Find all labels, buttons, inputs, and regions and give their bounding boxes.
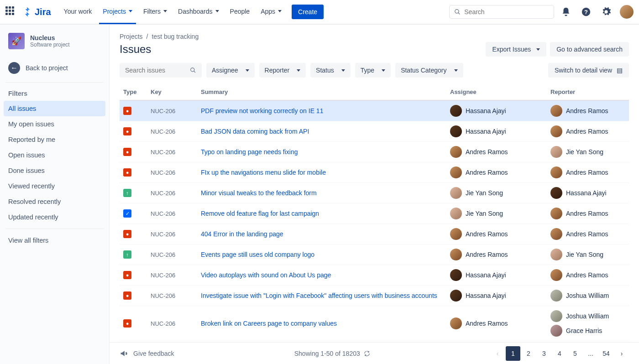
give-feedback-link[interactable]: Give feedback <box>120 349 174 358</box>
view-all-filters-link[interactable]: View all filters <box>4 233 105 248</box>
issue-summary-link[interactable]: Events page still uses old company logo <box>201 251 314 258</box>
assignee[interactable]: Jie Yan Song <box>450 187 543 199</box>
search-issues[interactable] <box>120 63 202 78</box>
assignee[interactable]: Hassana Ajayi <box>450 290 543 302</box>
page-5[interactable]: 5 <box>568 346 582 361</box>
back-to-project-link[interactable]: ← Back to project <box>4 57 105 78</box>
issue-summary-link[interactable]: Minor visual tweaks to the feedback form <box>201 189 317 197</box>
assignee[interactable]: Andres Ramos <box>450 249 543 260</box>
reporter[interactable]: Andres Ramos <box>550 125 625 137</box>
issue-summary-link[interactable]: Investigate issue with "Login with Faceb… <box>201 292 437 299</box>
profile-avatar[interactable] <box>620 5 634 19</box>
assignee[interactable]: Jie Yan Song <box>450 208 543 219</box>
reporter[interactable]: Jie Yan Song <box>550 249 625 260</box>
nav-item-projects[interactable]: Projects <box>99 0 136 24</box>
filter-pill-status-category[interactable]: Status Category <box>395 63 463 78</box>
col-summary[interactable]: Summary <box>197 84 446 100</box>
global-search-input[interactable] <box>464 8 549 16</box>
page-2[interactable]: 2 <box>521 346 536 361</box>
filter-resolved-recently[interactable]: Resolved recently <box>4 194 105 209</box>
switch-detail-view-button[interactable]: Switch to detail view ▤ <box>548 63 629 78</box>
page-next[interactable]: › <box>614 346 629 361</box>
assignee[interactable]: Hassana Ajayi <box>450 125 543 137</box>
help-icon[interactable]: ? <box>578 4 594 20</box>
app-switcher-icon[interactable] <box>5 6 16 17</box>
notifications-icon[interactable] <box>558 4 574 20</box>
nav-item-apps[interactable]: Apps <box>257 0 285 24</box>
issue-key: NUC-206 <box>147 306 197 341</box>
nav-item-filters[interactable]: Filters <box>140 0 171 24</box>
nav-item-your-work[interactable]: Your work <box>60 0 96 24</box>
issue-row[interactable]: ●NUC-206PDF preview not working correctl… <box>120 100 629 121</box>
issue-summary-link[interactable]: FIx up the navigations menu slide for mo… <box>201 169 326 176</box>
issue-summary-link[interactable]: PDF preview not working correctly on IE … <box>201 107 323 114</box>
col-key[interactable]: Key <box>147 84 197 100</box>
assignee[interactable]: Andres Ramos <box>450 317 543 329</box>
reporter[interactable]: Andres Ramos <box>550 269 625 281</box>
issue-row[interactable]: ●NUC-206Investigate issue with "Login wi… <box>120 286 629 306</box>
reporter[interactable]: Andres Ramos <box>550 228 625 240</box>
filter-done-issues[interactable]: Done issues <box>4 163 105 178</box>
create-button[interactable]: Create <box>292 5 324 19</box>
issue-summary-link[interactable]: Remove old feature flag for last campaig… <box>201 210 319 217</box>
issue-summary-link[interactable]: 404 Error in the landing page <box>201 230 283 238</box>
col-type[interactable]: Type <box>120 84 147 100</box>
page-3[interactable]: 3 <box>537 346 551 361</box>
export-issues-button[interactable]: Export Issues <box>486 42 546 57</box>
page-1[interactable]: 1 <box>506 346 520 361</box>
issue-row[interactable]: ✓NUC-206Remove old feature flag for last… <box>120 203 629 224</box>
issue-row[interactable]: ↑NUC-206Events page still uses old compa… <box>120 244 629 265</box>
reporter[interactable]: Andres Ramos <box>550 166 625 178</box>
issue-row[interactable]: ●NUC-206404 Error in the landing pageAnd… <box>120 224 629 244</box>
breadcrumb-projects[interactable]: Projects <box>120 33 143 40</box>
issue-row[interactable]: ●NUC-206FIx up the navigations menu slid… <box>120 162 629 183</box>
assignee[interactable]: Andres Ramos <box>450 228 543 240</box>
reporter[interactable]: Jie Yan Song <box>550 146 625 158</box>
issue-summary-link[interactable]: Broken link on Careers page to company v… <box>201 320 337 327</box>
advanced-search-button[interactable]: Go to advanced search <box>550 42 629 57</box>
issue-row[interactable]: ●NUC-206Broken link on Careers page to c… <box>120 306 629 341</box>
col-assignee[interactable]: Assignee <box>446 84 547 100</box>
filter-all-issues[interactable]: All issues <box>4 101 105 116</box>
settings-icon[interactable] <box>598 4 614 20</box>
page-prev[interactable]: ‹ <box>490 346 505 361</box>
reporter[interactable]: Andres Ramos <box>550 208 625 219</box>
assignee[interactable]: Hassana Ajayi <box>450 269 543 281</box>
reporter[interactable]: Joshua William <box>550 290 625 302</box>
filter-pill-status[interactable]: Status <box>310 63 351 78</box>
filter-pill-assignee[interactable]: Assignee <box>206 63 255 78</box>
reporter[interactable]: Hassana Ajayi <box>550 187 625 199</box>
assignee[interactable]: Andres Ramos <box>450 146 543 158</box>
filter-open-issues[interactable]: Open issues <box>4 147 105 163</box>
jira-logo[interactable]: Jira <box>22 6 51 17</box>
issue-row[interactable]: ●NUC-206Bad JSON data coming back from A… <box>120 121 629 142</box>
col-reporter[interactable]: Reporter <box>547 84 629 100</box>
issue-row[interactable]: ●NUC-206Video autoplays with sound on Ab… <box>120 265 629 286</box>
page-54[interactable]: 54 <box>599 346 613 361</box>
filter-viewed-recently[interactable]: Viewed recently <box>4 178 105 194</box>
nav-item-dashboards[interactable]: Dashboards <box>174 0 223 24</box>
issue-summary-link[interactable]: Video autoplays with sound on About Us p… <box>201 271 331 279</box>
nav-item-people[interactable]: People <box>226 0 254 24</box>
issue-summary-link[interactable]: Typo on landing page needs fixing <box>201 148 298 156</box>
issue-row[interactable]: ↑NUC-206Minor visual tweaks to the feedb… <box>120 183 629 203</box>
global-search[interactable] <box>449 5 554 19</box>
page-4[interactable]: 4 <box>552 346 567 361</box>
filter-updated-recently[interactable]: Updated recently <box>4 209 105 225</box>
person-name: Andres Ramos <box>466 230 508 238</box>
assignee[interactable]: Hassana Ajayi <box>450 105 543 117</box>
filter-pill-reporter[interactable]: Reporter <box>259 63 306 78</box>
issue-row[interactable]: ●NUC-206Typo on landing page needs fixin… <box>120 142 629 162</box>
issue-summary-link[interactable]: Bad JSON data coming back from API <box>201 128 309 135</box>
reporter[interactable]: Joshua William <box>550 310 625 322</box>
reporter[interactable]: Andres Ramos <box>550 105 625 117</box>
assignee[interactable]: Andres Ramos <box>450 166 543 178</box>
refresh-icon[interactable] <box>364 350 370 357</box>
search-issues-input[interactable] <box>125 67 186 74</box>
main-content: Projects / test bug tracking Issues Expo… <box>110 25 639 364</box>
reporter[interactable]: Grace Harris <box>550 325 625 337</box>
filter-pill-type[interactable]: Type <box>355 63 391 78</box>
filter-my-open-issues[interactable]: My open issues <box>4 116 105 132</box>
filter-reported-by-me[interactable]: Reported by me <box>4 132 105 147</box>
search-icon <box>454 8 461 16</box>
